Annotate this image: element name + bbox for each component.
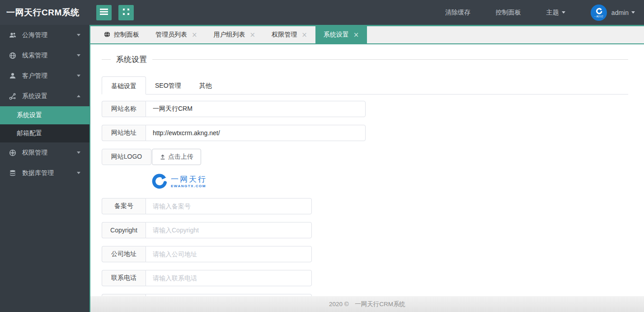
username-label: admin [611, 9, 629, 16]
page-title: 系统设置 [111, 54, 152, 65]
app-window: 一网天行CRM系统 清除缓存 控制面板 主题 [0, 0, 644, 312]
upload-button-label: 点击上传 [168, 153, 193, 161]
company-address-input[interactable] [146, 246, 312, 262]
site-url-input[interactable] [146, 125, 366, 141]
database-icon [9, 170, 16, 177]
chevron-down-icon [77, 172, 80, 174]
tab-label: 系统设置 [324, 31, 349, 39]
theme-label: 主题 [546, 9, 559, 17]
chevron-down-icon [77, 34, 80, 36]
avatar-text: 一网天行 [594, 15, 603, 18]
tab-other[interactable]: 其他 [190, 76, 221, 95]
tab-dashboard[interactable]: 控制面板 [96, 26, 147, 43]
close-icon[interactable]: × [353, 31, 359, 39]
theme-dropdown[interactable]: 主题 [546, 9, 565, 17]
site-name-input[interactable] [146, 101, 366, 117]
tab-system-settings[interactable]: 系统设置 × [315, 26, 367, 43]
tab-label: 用户组列表 [214, 31, 245, 39]
top-header: 一网天行CRM系统 清除缓存 控制面板 主题 [0, 0, 644, 25]
tab-label: 管理员列表 [155, 31, 187, 39]
sidebar-item-label: 权限管理 [22, 149, 74, 157]
sidebar: 公海管理 线索管理 客户管理 系统设置 系统设置 [0, 25, 89, 312]
chevron-down-icon [77, 75, 80, 77]
tab-permissions[interactable]: 权限管理 × [263, 26, 315, 43]
sidebar-item-permissions[interactable]: 权限管理 [0, 142, 89, 163]
settings-tabs: 基础设置 SEO管理 其他 [102, 76, 633, 95]
icp-number-input[interactable] [146, 198, 312, 214]
form-row-site-logo: 网站LOGO 点击上传 [102, 149, 633, 165]
tab-label: 基础设置 [111, 82, 136, 90]
copyright-input[interactable] [146, 222, 312, 238]
hamburger-icon [100, 9, 108, 16]
globe-icon [104, 31, 110, 39]
logo-text-block: 一网天行 EWANGTX.COM [171, 175, 207, 189]
close-icon[interactable]: × [301, 31, 307, 39]
user-menu[interactable]: admin [611, 9, 635, 16]
sidebar-toggle-button[interactable] [96, 5, 112, 20]
sidebar-subitem-mail-config[interactable]: 邮箱配置 [0, 124, 89, 142]
form-row-contact-phone: 联系电话 [102, 270, 312, 286]
sidebar-subitem-label: 系统设置 [17, 111, 42, 119]
form-row-icp: 备案号 [102, 198, 312, 214]
page-footer: 2020 © 一网天行CRM系统 [89, 296, 644, 312]
main-content: 系统设置 基础设置 SEO管理 其他 网站名称 网站地址 网站LOGO 点击上传 [89, 44, 644, 296]
upload-button[interactable]: 点击上传 [152, 149, 201, 165]
open-tabs-bar: 控制面板 管理员列表 × 用户组列表 × 权限管理 × 系统设置 × [89, 25, 644, 44]
sidebar-item-public-sea[interactable]: 公海管理 [0, 25, 89, 45]
form-row-site-url: 网站地址 [102, 125, 366, 141]
page-title-divider: 系统设置 [102, 54, 633, 65]
tab-admin-list[interactable]: 管理员列表 × [147, 26, 206, 43]
contact-phone-input[interactable] [146, 270, 312, 286]
sidebar-item-leads[interactable]: 线索管理 [0, 45, 89, 66]
sidebar-item-label: 线索管理 [22, 52, 74, 60]
clear-cache-label: 清除缓存 [445, 9, 470, 17]
divider-line [102, 59, 111, 60]
close-icon[interactable]: × [192, 31, 197, 39]
control-panel-label: 控制面板 [496, 9, 521, 17]
tab-basic-settings[interactable]: 基础设置 [102, 76, 146, 95]
fullscreen-button[interactable] [118, 5, 134, 20]
tab-seo-management[interactable]: SEO管理 [146, 76, 190, 95]
divider-line [152, 59, 628, 60]
logo-domain: EWANGTX.COM [171, 184, 207, 189]
chevron-down-icon [631, 11, 635, 14]
tab-label: 其他 [199, 82, 212, 89]
upload-icon [160, 154, 166, 160]
chevron-down-icon [77, 151, 80, 154]
chevron-up-icon [77, 95, 80, 97]
form-row-copyright: Copyright [102, 222, 312, 238]
chevron-down-icon [77, 54, 80, 57]
field-label: 公司地址 [102, 246, 146, 262]
clear-cache-link[interactable]: 清除缓存 [445, 9, 470, 17]
field-label: 网站LOGO [102, 149, 151, 165]
sidebar-item-system-settings[interactable]: 系统设置 [0, 86, 89, 106]
field-label: 网站地址 [102, 125, 146, 141]
share-nodes-icon [9, 93, 16, 100]
chevron-down-icon [562, 11, 565, 14]
form-row-company-address: 公司地址 [102, 246, 312, 262]
user-avatar[interactable]: 一网天行 [591, 5, 607, 21]
sidebar-item-label: 数据库管理 [22, 169, 74, 177]
sidebar-item-database[interactable]: 数据库管理 [0, 163, 89, 183]
sidebar-item-customers[interactable]: 客户管理 [0, 66, 89, 86]
field-label: 网站名称 [102, 101, 146, 117]
brand-swoosh-icon [595, 8, 602, 15]
tab-user-group-list[interactable]: 用户组列表 × [206, 26, 264, 43]
topbar-right-menu: 清除缓存 控制面板 主题 一网天行 admin [420, 5, 644, 21]
tab-label: 权限管理 [272, 31, 297, 39]
tab-label: SEO管理 [155, 82, 181, 89]
logo-name: 一网天行 [171, 175, 207, 184]
field-label: Copyright [102, 222, 146, 238]
fullscreen-expand-icon [122, 8, 130, 17]
user-icon [9, 72, 16, 80]
control-panel-link[interactable]: 控制面板 [496, 9, 521, 17]
sidebar-item-label: 客户管理 [22, 72, 74, 80]
close-icon[interactable]: × [250, 31, 256, 39]
sidebar-item-label: 公海管理 [22, 31, 74, 39]
sidebar-subitem-label: 邮箱配置 [17, 129, 42, 137]
sidebar-subitem-system-settings[interactable]: 系统设置 [0, 106, 89, 124]
users-icon [9, 32, 16, 39]
site-logo-preview: 一网天行 EWANGTX.COM [150, 173, 633, 191]
footer-copyright: 2020 © 一网天行CRM系统 [329, 300, 405, 308]
tab-label: 控制面板 [114, 31, 139, 39]
